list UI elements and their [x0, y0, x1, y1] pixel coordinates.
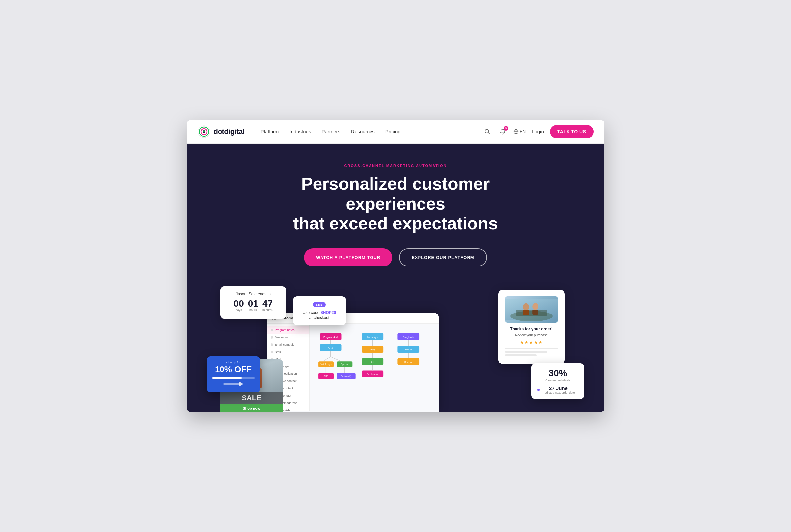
sidebar-program-notes[interactable]: Program notes: [266, 326, 309, 334]
review-line-2: [505, 351, 547, 353]
timer-minutes-label: minutes: [262, 308, 273, 311]
timer-hours-value: 01: [248, 299, 258, 308]
hero-section: CROSS-CHANNEL MARKETING AUTOMATION Perso…: [187, 144, 604, 412]
signup-card: Sign up for 10% OFF: [207, 356, 260, 392]
dashboard-header: Customer Journey: [266, 313, 439, 324]
svg-text:Wait 2 days: Wait 2 days: [320, 363, 332, 366]
svg-text:Split: Split: [370, 361, 375, 363]
sms-card: SMS Use code SHOP20 at checkout: [293, 296, 346, 326]
svg-line-22: [323, 357, 331, 361]
nav-pricing[interactable]: Pricing: [385, 129, 401, 134]
language-selector[interactable]: EN: [513, 129, 526, 134]
sms-line1: Use code: [303, 310, 320, 315]
search-button[interactable]: [483, 127, 492, 136]
explore-platform-button[interactable]: EXPLORE OUR PLATFORM: [399, 248, 487, 266]
brand-name: dotdigital: [213, 128, 245, 136]
sms-text: Use code SHOP20 at checkout: [300, 310, 339, 321]
signup-bar: [212, 377, 255, 379]
notifications-button[interactable]: 9: [498, 127, 507, 136]
order-image: [505, 296, 558, 323]
svg-text:Google Ads: Google Ads: [402, 336, 414, 339]
stats-date: 27 June: [542, 385, 575, 391]
timer-hours-label: hours: [248, 308, 258, 311]
talk-to-us-button[interactable]: TALK TO US: [550, 125, 594, 138]
logo[interactable]: dotdigital: [198, 126, 245, 138]
people-image: [505, 296, 558, 323]
svg-rect-10: [224, 383, 240, 385]
timer-days-label: days: [234, 308, 244, 311]
hero-title-line1: Personalized customer experiences: [301, 174, 490, 213]
svg-rect-57: [523, 310, 529, 315]
furniture-sale-label: SALE: [220, 392, 283, 404]
svg-line-25: [331, 357, 341, 361]
language-label: EN: [520, 129, 526, 134]
hero-title-line2: that exceed expectations: [293, 214, 498, 233]
svg-text:Restock: Restock: [404, 348, 412, 350]
nav-resources[interactable]: Resources: [351, 129, 375, 134]
svg-point-58: [532, 303, 539, 310]
hero-visuals: Jason, Sale ends in 00 days 01 hours 47 …: [200, 286, 591, 412]
review-line-1: [505, 348, 558, 349]
svg-text:Push notify: Push notify: [341, 375, 352, 378]
svg-text:Messenger: Messenger: [367, 336, 378, 339]
timer-minutes: 47 minutes: [262, 299, 273, 311]
sms-badge: SMS: [313, 302, 326, 307]
stats-date-row: 27 June Predicted next order date: [538, 385, 579, 394]
nav-actions: 9 EN Login TALK TO US: [483, 125, 593, 138]
signup-label: Sign up for: [212, 361, 255, 364]
sidebar-email[interactable]: Email campaign: [266, 341, 309, 348]
svg-text:Email camp.: Email camp.: [366, 373, 378, 376]
hero-title: Personalized customer experiences that e…: [260, 174, 531, 233]
sms-code: SHOP20: [320, 310, 336, 315]
timer-row: 00 days 01 hours 47 minutes: [227, 299, 280, 311]
watch-platform-tour-button[interactable]: WATCH A PLATFORM TOUR: [304, 248, 392, 266]
shop-now-button[interactable]: Shop now: [220, 404, 283, 412]
countdown-card: Jason, Sale ends in 00 days 01 hours 47 …: [220, 286, 286, 319]
dashboard-main: Program start Email Wait 2 days: [309, 324, 439, 411]
order-card: Thanks for your order! Review your purch…: [498, 290, 565, 364]
signup-bar-fill: [212, 377, 242, 379]
signup-arrow-icon: [224, 382, 243, 386]
review-lines: [505, 348, 558, 356]
svg-line-6: [488, 132, 490, 134]
globe-icon: [513, 129, 519, 134]
nav-partners[interactable]: Partners: [321, 129, 340, 134]
order-review-label: Review your purchase: [505, 334, 558, 337]
svg-text:Email: Email: [328, 347, 334, 349]
svg-text:Opened: Opened: [341, 363, 349, 366]
sidebar-sms[interactable]: Sms: [266, 348, 309, 356]
hero-tagline: CROSS-CHANNEL MARKETING AUTOMATION: [200, 164, 591, 168]
browser-frame: dotdigital Platform Industries Partners …: [187, 120, 604, 412]
search-icon: [484, 129, 490, 135]
timer-days-value: 00: [234, 299, 244, 308]
timer-minutes-value: 47: [262, 299, 273, 308]
dashboard-body: Program notes Messaging Email campaign S…: [266, 324, 439, 411]
svg-rect-59: [532, 309, 539, 315]
svg-point-56: [523, 303, 529, 310]
order-stars: ★★★★★: [505, 340, 558, 345]
order-thanks: Thanks for your order!: [505, 327, 558, 331]
notification-badge: 9: [504, 126, 508, 131]
svg-text:SMS: SMS: [323, 375, 328, 377]
stats-date-content: 27 June Predicted next order date: [542, 385, 575, 394]
nav-links: Platform Industries Partners Resources P…: [260, 129, 483, 134]
svg-text:Program start: Program start: [323, 336, 338, 339]
svg-point-4: [203, 131, 205, 132]
countdown-label: Jason, Sale ends in: [227, 292, 280, 296]
stats-card: 30% Closure probability 27 June Predicte…: [531, 363, 584, 399]
stats-percent-label: Closure probability: [538, 379, 579, 382]
sms-line2: at checkout: [309, 316, 329, 320]
dashboard-card: Customer Journey Program notes Messaging…: [266, 313, 439, 412]
svg-rect-55: [515, 309, 547, 316]
stats-percent: 30%: [538, 368, 579, 379]
login-button[interactable]: Login: [532, 129, 544, 134]
sidebar-messaging[interactable]: Messaging: [266, 334, 309, 341]
nav-platform[interactable]: Platform: [260, 129, 279, 134]
svg-marker-11: [239, 382, 243, 386]
stats-date-label: Predicted next order date: [542, 391, 575, 394]
svg-text:Delay: Delay: [370, 348, 375, 351]
nav-industries[interactable]: Industries: [289, 129, 311, 134]
svg-text:Remove: Remove: [404, 361, 413, 363]
journey-flow-chart: Program start Email Wait 2 days: [313, 327, 435, 408]
timer-hours: 01 hours: [248, 299, 258, 311]
